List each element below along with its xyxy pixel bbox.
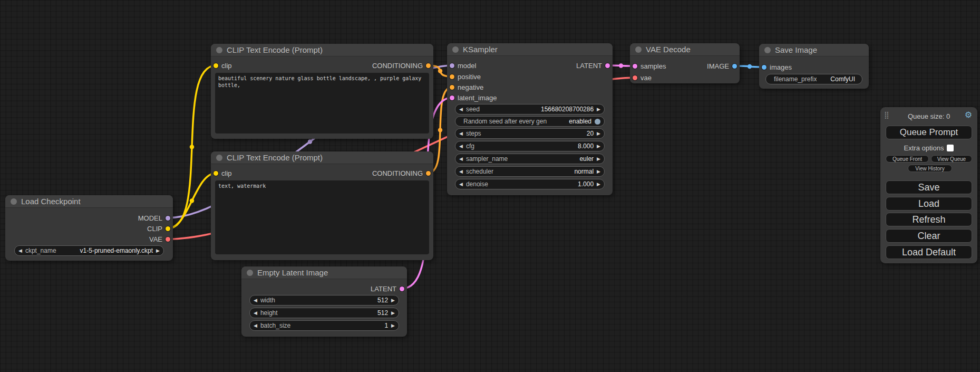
input-port-model[interactable] (450, 63, 454, 68)
collapse-dot-icon[interactable] (452, 46, 459, 53)
output-label: LATENT (371, 285, 396, 293)
arrow-left-icon[interactable]: ◀ (459, 144, 463, 149)
arrow-left-icon[interactable]: ◀ (254, 298, 257, 303)
input-port-samples[interactable] (633, 64, 637, 69)
output-label: VAE (149, 235, 162, 243)
node-empty-latent-image[interactable]: Empty Latent Image LATENT ◀ width 512 ▶ … (241, 266, 407, 337)
arrow-right-icon[interactable]: ▶ (391, 310, 395, 316)
load-button[interactable]: Load (886, 197, 972, 211)
batch-size-widget[interactable]: ◀ batch_size 1 ▶ (249, 320, 399, 331)
filename-prefix-widget[interactable]: filename_prefix ComfyUI (765, 74, 862, 84)
node-titlebar[interactable]: Load Checkpoint (5, 195, 173, 208)
output-port-conditioning[interactable] (426, 171, 431, 176)
view-queue-button[interactable]: View Queue (931, 155, 972, 163)
node-titlebar[interactable]: Save Image (759, 44, 869, 56)
input-port-positive[interactable] (450, 74, 454, 79)
ckpt-name-widget[interactable]: ◀ ckpt_name v1-5-pruned-emaonly.ckpt ▶ (14, 245, 164, 256)
denoise-widget[interactable]: ◀ denoise 1.000 ▶ (455, 179, 605, 189)
arrow-right-icon[interactable]: ▶ (391, 323, 395, 328)
steps-widget[interactable]: ◀ steps 20 ▶ (455, 128, 605, 139)
widget-value: euler (579, 155, 594, 163)
output-port-clip[interactable] (166, 226, 170, 231)
input-port-vae[interactable] (633, 75, 637, 80)
input-port-images[interactable] (762, 65, 766, 70)
node-clip-text-encode-positive[interactable]: CLIP Text Encode (Prompt) clip CONDITION… (211, 44, 433, 139)
gear-icon[interactable]: ⚙ (965, 111, 972, 119)
link-center-dot (619, 63, 623, 68)
input-label: clip (221, 169, 232, 177)
output-port-image[interactable] (732, 64, 737, 69)
output-port-vae[interactable] (166, 237, 170, 242)
arrow-right-icon[interactable]: ▶ (597, 182, 600, 187)
collapse-dot-icon[interactable] (11, 198, 17, 205)
refresh-button[interactable]: Refresh (886, 213, 972, 226)
queue-front-button[interactable]: Queue Front (886, 155, 929, 163)
arrow-right-icon[interactable]: ▶ (597, 131, 600, 136)
clear-button[interactable]: Clear (886, 229, 972, 243)
save-button[interactable]: Save (886, 180, 972, 194)
arrow-left-icon[interactable]: ◀ (459, 107, 463, 112)
arrow-right-icon[interactable]: ▶ (597, 107, 600, 112)
widget-label: Random seed after every gen (463, 118, 547, 125)
queue-prompt-button[interactable]: Queue Prompt (886, 126, 972, 139)
arrow-left-icon[interactable]: ◀ (254, 310, 257, 316)
collapse-dot-icon[interactable] (216, 155, 222, 161)
collapse-dot-icon[interactable] (764, 47, 771, 53)
collapse-dot-icon[interactable] (635, 46, 642, 53)
node-titlebar[interactable]: CLIP Text Encode (Prompt) (211, 151, 433, 164)
widget-label: steps (466, 130, 481, 137)
arrow-left-icon[interactable]: ◀ (459, 182, 463, 187)
widget-label: sampler_name (466, 155, 508, 163)
input-port-latent-image[interactable] (450, 96, 454, 100)
output-port-latent[interactable] (605, 63, 610, 68)
scheduler-widget[interactable]: ◀ scheduler normal ▶ (455, 166, 605, 177)
sampler-name-widget[interactable]: ◀ sampler_name euler ▶ (455, 154, 605, 164)
widget-value: 8.000 (578, 142, 594, 150)
node-titlebar[interactable]: KSampler (447, 43, 613, 56)
node-ksampler[interactable]: KSampler model LATENT positive negative … (447, 43, 613, 195)
arrow-left-icon[interactable]: ◀ (254, 323, 257, 328)
width-widget[interactable]: ◀ width 512 ▶ (249, 295, 399, 306)
load-default-button[interactable]: Load Default (886, 245, 972, 259)
input-label: model (458, 62, 476, 70)
collapse-dot-icon[interactable] (247, 270, 253, 276)
input-port-clip[interactable] (214, 63, 218, 68)
output-port-conditioning[interactable] (426, 63, 431, 68)
output-port-model[interactable] (166, 216, 170, 221)
node-canvas[interactable]: Load Checkpoint MODEL CLIP VAE ◀ ckpt_na… (0, 0, 980, 372)
node-save-image[interactable]: Save Image images filename_prefix ComfyU… (759, 44, 869, 89)
height-widget[interactable]: ◀ height 512 ▶ (249, 308, 399, 318)
arrow-left-icon[interactable]: ◀ (18, 248, 22, 253)
cfg-widget[interactable]: ◀ cfg 8.000 ▶ (455, 141, 605, 151)
node-titlebar[interactable]: CLIP Text Encode (Prompt) (211, 44, 433, 56)
output-port-latent[interactable] (400, 287, 404, 291)
arrow-right-icon[interactable]: ▶ (597, 156, 600, 161)
toggle-knob-icon[interactable] (595, 119, 600, 125)
arrow-right-icon[interactable]: ▶ (597, 144, 600, 149)
arrow-left-icon[interactable]: ◀ (459, 131, 463, 136)
arrow-right-icon[interactable]: ▶ (391, 298, 395, 303)
extra-options-label: Extra options (904, 144, 944, 152)
input-label: images (770, 63, 792, 71)
node-titlebar[interactable]: VAE Decode (630, 43, 740, 56)
node-titlebar[interactable]: Empty Latent Image (241, 266, 407, 279)
input-label: clip (221, 62, 232, 70)
node-clip-text-encode-negative[interactable]: CLIP Text Encode (Prompt) clip CONDITION… (211, 151, 433, 260)
node-load-checkpoint[interactable]: Load Checkpoint MODEL CLIP VAE ◀ ckpt_na… (5, 195, 173, 261)
arrow-left-icon[interactable]: ◀ (459, 169, 463, 174)
input-port-clip[interactable] (214, 171, 218, 176)
prompt-textarea[interactable]: text, watermark (215, 180, 429, 254)
input-port-negative[interactable] (450, 85, 454, 90)
arrow-left-icon[interactable]: ◀ (459, 156, 463, 161)
prompt-textarea[interactable]: beautiful scenery nature glass bottle la… (215, 73, 429, 133)
node-vae-decode[interactable]: VAE Decode samples IMAGE vae (630, 43, 740, 83)
arrow-right-icon[interactable]: ▶ (597, 169, 600, 174)
widget-label: batch_size (260, 322, 290, 329)
random-seed-toggle-widget[interactable]: Random seed after every gen enabled (455, 116, 605, 127)
collapse-dot-icon[interactable] (216, 47, 222, 53)
input-label: vae (641, 74, 652, 82)
arrow-right-icon[interactable]: ▶ (156, 248, 160, 253)
extra-options-checkbox[interactable] (947, 145, 954, 151)
seed-widget[interactable]: ◀ seed 156680208700286 ▶ (455, 104, 605, 115)
view-history-button[interactable]: View History (908, 165, 952, 172)
